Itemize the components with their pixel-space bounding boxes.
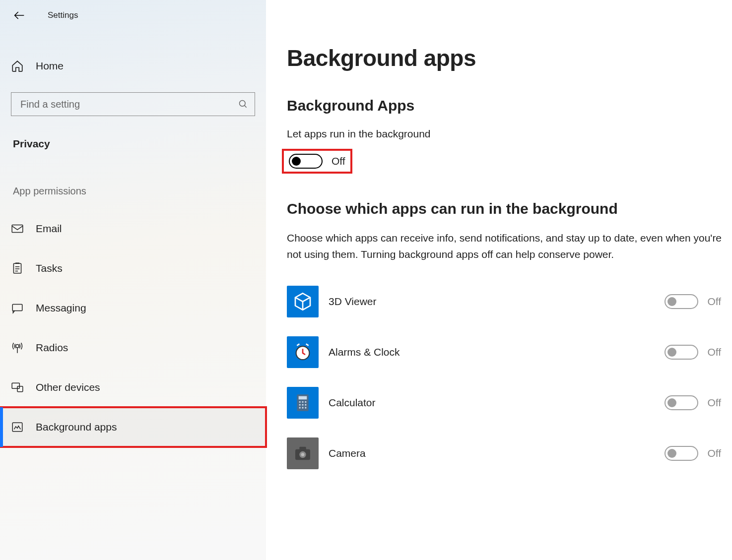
app-toggle-wrap: Off — [665, 294, 721, 309]
nav-label: Tasks — [36, 262, 63, 274]
app-name: Alarms & Clock — [329, 346, 507, 358]
nav-label: Radios — [36, 342, 68, 354]
svg-point-21 — [301, 453, 305, 456]
app-toggle-wrap: Off — [665, 395, 721, 410]
home-icon — [11, 60, 24, 72]
svg-point-16 — [299, 407, 301, 408]
app-icon-camera — [287, 437, 319, 469]
nav-label: Background apps — [36, 421, 117, 433]
section-heading: Background Apps — [287, 97, 727, 114]
app-name: 3D Viewer — [329, 296, 507, 308]
master-toggle-label: Let apps run in the background — [287, 128, 727, 140]
app-row-calculator: Calculator Off — [287, 377, 727, 428]
window-title: Settings — [48, 10, 78, 20]
app-toggle-wrap: Off — [665, 446, 721, 461]
nav-label: Email — [36, 223, 62, 235]
app-toggle — [665, 446, 698, 461]
app-toggle-state: Off — [707, 296, 721, 308]
svg-point-10 — [299, 401, 301, 403]
search-input[interactable] — [11, 92, 255, 116]
sidebar-item-background-apps[interactable]: Background apps — [0, 407, 266, 447]
app-toggle — [665, 294, 698, 309]
category-label: Privacy — [13, 138, 266, 150]
app-row-3d-viewer: 3D Viewer Off — [287, 276, 727, 327]
app-list: 3D Viewer Off Alarms & Clock Off Calcula… — [287, 276, 727, 479]
search-wrap — [11, 92, 255, 116]
app-toggle-wrap: Off — [665, 345, 721, 360]
back-button[interactable] — [11, 7, 28, 24]
other-devices-icon — [11, 381, 24, 394]
background-apps-icon — [11, 421, 24, 434]
app-row-alarms: Alarms & Clock Off — [287, 327, 727, 377]
cube-icon — [293, 292, 313, 311]
svg-point-11 — [302, 401, 303, 403]
sidebar-item-tasks[interactable]: Tasks — [0, 249, 266, 288]
app-toggle — [665, 345, 698, 360]
app-icon-calculator — [287, 387, 319, 419]
nav-list: Email Tasks Messaging Radios Other devic… — [0, 209, 266, 447]
svg-rect-4 — [12, 383, 19, 388]
sidebar-item-email[interactable]: Email — [0, 209, 266, 249]
radios-icon — [11, 341, 24, 354]
titlebar: Settings — [0, 0, 266, 31]
toggle-knob — [292, 157, 301, 166]
app-toggle — [665, 395, 698, 410]
app-name: Camera — [329, 447, 507, 459]
svg-point-0 — [240, 101, 246, 107]
app-toggle-state: Off — [707, 346, 721, 358]
search-icon — [238, 99, 248, 109]
nav-label: Other devices — [36, 381, 100, 393]
svg-point-17 — [302, 407, 303, 408]
svg-point-13 — [299, 404, 301, 406]
svg-rect-2 — [13, 263, 21, 273]
main-content: Background apps Background Apps Let apps… — [266, 0, 732, 560]
app-row-camera: Camera Off — [287, 428, 727, 479]
svg-point-12 — [305, 401, 306, 403]
svg-rect-22 — [299, 447, 306, 450]
clock-icon — [293, 342, 313, 362]
sidebar-item-messaging[interactable]: Messaging — [0, 288, 266, 328]
svg-rect-6 — [12, 423, 22, 431]
section-label: App permissions — [13, 186, 266, 197]
master-toggle-state: Off — [332, 155, 345, 167]
svg-rect-9 — [299, 396, 307, 400]
app-icon-3d-viewer — [287, 286, 319, 317]
nav-label: Messaging — [36, 302, 86, 314]
app-name: Calculator — [329, 397, 507, 409]
tasks-icon — [11, 262, 24, 275]
email-icon — [11, 222, 24, 235]
calculator-icon — [293, 393, 313, 413]
app-icon-alarms — [287, 336, 319, 368]
app-toggle-state: Off — [707, 397, 721, 409]
home-label: Home — [36, 60, 64, 72]
sidebar-item-radios[interactable]: Radios — [0, 328, 266, 368]
page-title: Background apps — [287, 45, 727, 71]
svg-point-14 — [302, 404, 303, 406]
sidebar-item-other-devices[interactable]: Other devices — [0, 368, 266, 407]
svg-rect-3 — [12, 304, 22, 311]
master-toggle[interactable] — [289, 154, 323, 169]
messaging-icon — [11, 302, 24, 314]
choose-description: Choose which apps can receive info, send… — [287, 230, 727, 262]
arrow-left-icon — [12, 8, 26, 22]
sidebar: Settings Home Privacy App permissions Em… — [0, 0, 266, 560]
svg-point-15 — [305, 404, 306, 406]
svg-rect-1 — [12, 225, 23, 232]
camera-icon — [293, 443, 313, 463]
master-toggle-row: Off — [282, 149, 352, 174]
svg-point-18 — [305, 407, 306, 408]
sidebar-item-home[interactable]: Home — [0, 31, 266, 72]
choose-heading: Choose which apps can run in the backgro… — [287, 200, 727, 217]
app-toggle-state: Off — [707, 447, 721, 459]
svg-rect-5 — [17, 386, 23, 392]
